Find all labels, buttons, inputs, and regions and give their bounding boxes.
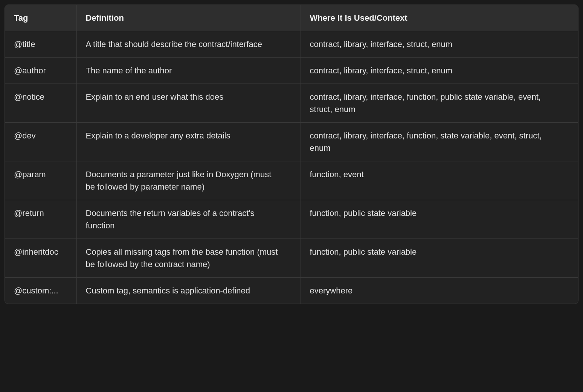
cell-definition: Documents a parameter just like in Doxyg… — [76, 161, 301, 200]
table-row: @title A title that should describe the … — [5, 31, 578, 58]
table-header: Tag Definition Where It Is Used/Context — [5, 5, 578, 31]
cell-context: function, public state variable — [301, 200, 578, 239]
cell-context: function, event — [301, 161, 578, 200]
cell-tag: @inheritdoc — [5, 239, 76, 278]
cell-definition: Custom tag, semantics is application-def… — [76, 278, 301, 304]
cell-tag: @dev — [5, 123, 76, 161]
table: Tag Definition Where It Is Used/Context … — [5, 5, 578, 304]
cell-context: contract, library, interface, function, … — [301, 84, 578, 123]
cell-context: contract, library, interface, struct, en… — [301, 31, 578, 58]
cell-context: contract, library, interface, function, … — [301, 123, 578, 161]
table-header-row: Tag Definition Where It Is Used/Context — [5, 5, 578, 31]
cell-definition: Copies all missing tags from the base fu… — [76, 239, 301, 278]
header-definition: Definition — [76, 5, 301, 31]
cell-definition: A title that should describe the contrac… — [76, 31, 301, 58]
table-row: @return Documents the return variables o… — [5, 200, 578, 239]
cell-definition: Explain to an end user what this does — [76, 84, 301, 123]
table-row: @author The name of the author contract,… — [5, 58, 578, 84]
header-context: Where It Is Used/Context — [301, 5, 578, 31]
cell-tag: @custom:... — [5, 278, 76, 304]
natspec-tags-table: Tag Definition Where It Is Used/Context … — [5, 5, 578, 304]
table-row: @dev Explain to a developer any extra de… — [5, 123, 578, 161]
cell-tag: @author — [5, 58, 76, 84]
table-row: @inheritdoc Copies all missing tags from… — [5, 239, 578, 278]
table-row: @notice Explain to an end user what this… — [5, 84, 578, 123]
cell-tag: @notice — [5, 84, 76, 123]
cell-tag: @title — [5, 31, 76, 58]
cell-definition: Documents the return variables of a cont… — [76, 200, 301, 239]
header-tag: Tag — [5, 5, 76, 31]
cell-context: contract, library, interface, struct, en… — [301, 58, 578, 84]
table-row: @custom:... Custom tag, semantics is app… — [5, 278, 578, 304]
cell-definition: The name of the author — [76, 58, 301, 84]
cell-definition: Explain to a developer any extra details — [76, 123, 301, 161]
table-row: @param Documents a parameter just like i… — [5, 161, 578, 200]
cell-context: everywhere — [301, 278, 578, 304]
table-body: @title A title that should describe the … — [5, 31, 578, 304]
cell-tag: @return — [5, 200, 76, 239]
cell-tag: @param — [5, 161, 76, 200]
cell-context: function, public state variable — [301, 239, 578, 278]
